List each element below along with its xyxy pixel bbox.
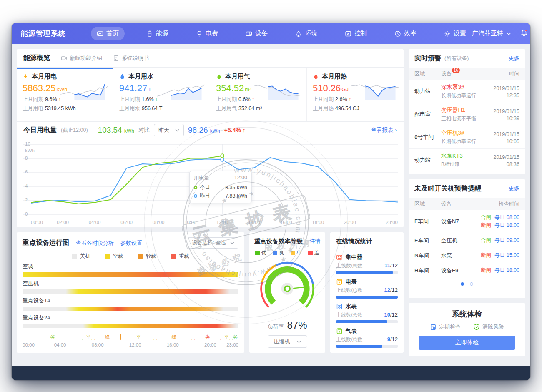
sparkline-chart: [253, 80, 302, 100]
panel-title: 能源概览: [23, 54, 50, 63]
online-item-concentrator: 集中器 上线数/总数11/12: [336, 254, 398, 274]
online-item-water-meter: 水表 上线数/总数10/12: [336, 303, 398, 323]
concentrator-icon: [336, 254, 343, 261]
link-period-analysis[interactable]: 查看各时段分析: [76, 239, 114, 247]
equipment-select[interactable]: 压缩机: [268, 335, 307, 348]
stat-card-electricity[interactable]: 本月用电 5863.25kWh 上月同期9.6% ↑ 上月用电5319.45 k…: [17, 68, 113, 121]
nav-item-energy[interactable]: 能源: [141, 27, 174, 40]
risk-clean: 清除风险: [473, 323, 504, 331]
run-legend: 关机 空载 轻载 重载: [23, 253, 238, 260]
nav-item-control[interactable]: 控制: [339, 27, 373, 40]
clock-icon: [394, 30, 401, 37]
nav-item-home[interactable]: 首页: [91, 27, 125, 40]
flame-icon-red: [313, 73, 319, 80]
tariff-band-axis: 00:0004:0008:0012:0016:0020:0023:00: [23, 342, 238, 348]
stat-cards-row: 本月用电 5863.25kWh 上月同期9.6% ↑ 上月用电5319.45 k…: [17, 68, 404, 122]
today-value: 103.54 kWh: [98, 126, 134, 135]
system-health-panel: 系统体检 定期检查 清除风险 立即体检: [409, 303, 525, 356]
nav-right: 广汽菲亚特: [472, 29, 530, 38]
switch-row[interactable]: F车间 设备N7 合闸每日 08:00 断闸每日 18:00: [409, 210, 525, 233]
legend-item-good: 良: [273, 249, 284, 256]
panel-title: 重点设备运行图: [23, 239, 69, 247]
company-name: 广汽菲亚特: [472, 30, 503, 38]
switch-row[interactable]: N车间 水泵 断闸每日 15:00: [409, 248, 525, 263]
nav-item-settings[interactable]: 设置: [438, 27, 472, 40]
legend-item-medium: 中: [291, 249, 302, 256]
stat-card-gas[interactable]: 本月用气 354.52m³ 上月同期0.6% ↑ 上月用气352.64 m³: [210, 68, 307, 121]
link-system-manual[interactable]: 系统说明书: [113, 55, 149, 62]
tariff-period-band: 谷平峰平峰尖平谷: [23, 334, 238, 340]
run-health-check-button[interactable]: 立即体检: [419, 336, 515, 350]
device-card-icon: [246, 30, 252, 37]
switch-row[interactable]: E车间 空压机 合闸每日 09:00: [409, 233, 525, 248]
tooltip-row: 昨日7.83 kWh: [194, 192, 247, 199]
panel-title: 在线情况统计: [336, 237, 398, 249]
run-row-label: 空调: [23, 263, 238, 270]
chevron-down-icon: [297, 340, 301, 343]
stat-card-prev: 上月用热496.54 GJ: [313, 105, 398, 112]
chevron-down-icon: [230, 241, 234, 244]
link-label: 系统说明书: [122, 55, 149, 62]
panel-title: 实时预警: [414, 54, 441, 63]
nav-item-label: 效率: [404, 30, 417, 38]
alert-row[interactable]: 配电室 变压器H1三相电流不平衡 2019/01/1510:39: [409, 103, 525, 126]
online-stats-panel: 在线情况统计 集中器 上线数/总数11/12 电表 上线数/总数12/12: [330, 232, 404, 353]
stat-card-head: 本月用热: [313, 73, 398, 80]
legend-item-heavy: 重载: [171, 253, 189, 260]
nav-item-label: 电费: [206, 30, 218, 38]
load-rate-gauge: [256, 259, 318, 319]
nav-item-environment[interactable]: 环境: [289, 27, 323, 40]
online-progress: [336, 296, 398, 299]
alert-row[interactable]: 动力站 水泵KT3B相过流 2019/01/1508:36: [409, 149, 525, 171]
alert-count-badge: 16: [452, 68, 460, 73]
company-selector[interactable]: 广汽菲亚特: [472, 30, 511, 38]
more-link[interactable]: 更多: [509, 185, 519, 192]
nav-menu: 首页 能源 电费 设备 环境: [91, 27, 472, 40]
notification-bell[interactable]: [520, 29, 528, 38]
view-report-link[interactable]: 查看报表 ›: [371, 126, 397, 134]
efficiency-header: 重点设备效率等级 详情: [254, 237, 320, 245]
nav-item-efficiency[interactable]: 效率: [389, 27, 422, 40]
alert-row[interactable]: 动力站 深水泵3#长期低功率运行 2019/01/1512:35: [409, 80, 525, 103]
stat-card-heat[interactable]: 本月用热 510.26GJ 上月同期2.6% ↑ 上月用热496.54 GJ: [307, 68, 404, 121]
legend-item-idle: 空载: [105, 253, 123, 260]
flame-icon-green: [216, 73, 222, 80]
top-nav: 能源管理系统 首页 能源 电费 设备: [12, 23, 530, 44]
compare-label: 对比: [138, 126, 150, 134]
environment-drop-icon: [295, 30, 302, 37]
nav-item-devices[interactable]: 设备: [240, 27, 274, 40]
more-link[interactable]: 更多: [509, 55, 519, 62]
link-new-features[interactable]: 新版功能介绍: [61, 55, 102, 62]
run-status-bar: [23, 289, 238, 294]
run-row-label: 重点设备1#: [23, 297, 238, 304]
page-dot[interactable]: [470, 282, 473, 286]
run-row-label: 重点设备2#: [23, 314, 238, 322]
device-run-panel: 重点设备运行图 查看各时段分析 参数设置 设备选择: 全选 关机 空载 轻载: [17, 232, 244, 353]
chart-tooltip: 用电量12:00 今日8.35 kWh 昨日7.83 kWh: [189, 171, 252, 203]
stat-card-title: 本月用热: [322, 73, 347, 80]
stat-card-prev: 上月用气352.64 m³: [216, 105, 301, 112]
delta-value: +5.4% ↑: [224, 127, 246, 133]
right-column: 实时预警 (所有设备) 更多 区域 设备16 时间 动力站 深水泵3#长期低功率…: [409, 49, 525, 356]
periodic-check: 定期检查: [430, 323, 461, 331]
as-of-time: (截止12:00): [61, 127, 88, 134]
nav-item-label: 环境: [305, 30, 317, 38]
legend-item-poor: 差: [308, 249, 319, 256]
compare-select[interactable]: 昨天: [154, 124, 184, 136]
energy-overview-panel: 能源概览 新版功能介绍 系统说明书: [17, 49, 404, 227]
alert-row[interactable]: 8号车间 空压机3#长期低功率运行 2019/01/1510:05: [409, 126, 525, 149]
page-dot-active[interactable]: [461, 282, 464, 286]
stat-card-title: 本月用气: [225, 73, 250, 80]
link-parameter-settings[interactable]: 参数设置: [120, 239, 142, 247]
detail-link[interactable]: 详情: [310, 238, 320, 245]
nav-item-electricity-fee[interactable]: 电费: [190, 27, 224, 40]
stat-card-water[interactable]: 本月用水 941.27T 上月同期1.6% ↓ 上月用水956.64 T: [113, 68, 210, 121]
device-select[interactable]: 设备选择: 全选: [188, 237, 238, 249]
today-usage-chart[interactable]: 0246810kWh 用电量12:00 今日8.35 kWh 昨日7.83 kW…: [23, 138, 398, 218]
legend-item-light: 轻载: [138, 253, 156, 260]
panel-title: 重点设备效率等级: [254, 237, 303, 245]
online-item-name: 气表: [346, 327, 357, 335]
run-row-compressor: 空压机: [23, 280, 238, 294]
run-status-bar: [23, 324, 238, 328]
switch-row[interactable]: H车间 设备F9 断闸每日 18:00: [409, 263, 525, 278]
